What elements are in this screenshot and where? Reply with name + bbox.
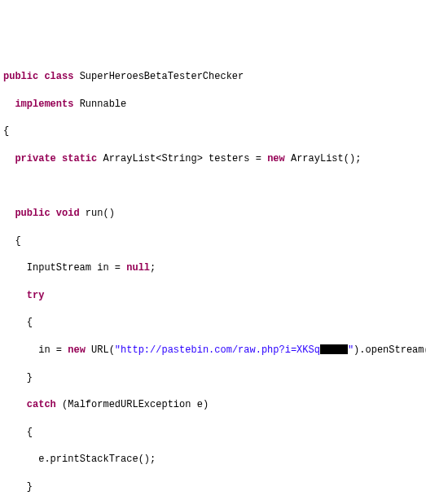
var-in: in bbox=[97, 262, 108, 274]
code-block: public class SuperHeroesBetaTesterChecke… bbox=[3, 56, 423, 504]
class-name: SuperHeroesBetaTesterChecker bbox=[80, 71, 244, 82]
code-line: { bbox=[3, 234, 423, 248]
code-line: implements Runnable bbox=[3, 98, 423, 112]
var-in: in bbox=[38, 344, 50, 356]
keyword-private: private bbox=[15, 153, 55, 164]
code-line: in = new URL("http://pastebin.com/raw.ph… bbox=[3, 344, 423, 357]
code-line: try bbox=[3, 289, 423, 303]
interface-name: Runnable bbox=[80, 99, 127, 110]
string-url-post: " bbox=[348, 344, 354, 356]
code-line bbox=[3, 179, 423, 193]
type-arraylist: ArrayList bbox=[103, 153, 156, 164]
type-string: String bbox=[161, 153, 196, 164]
code-line: InputStream in = null; bbox=[3, 261, 423, 275]
stmt-printstack: e.printStackTrace(); bbox=[38, 454, 156, 465]
redacted-block bbox=[320, 344, 348, 354]
keyword-void: void bbox=[56, 208, 80, 219]
type-inputstream: InputStream bbox=[27, 262, 91, 274]
code-line: { bbox=[3, 426, 423, 440]
string-url-pre: "http://pastebin.com/raw.php?i=XKSq bbox=[115, 344, 320, 356]
keyword-catch: catch bbox=[27, 399, 56, 410]
keyword-null: null bbox=[126, 262, 150, 274]
keyword-implements: implements bbox=[15, 99, 73, 110]
code-line: e.printStackTrace(); bbox=[3, 453, 423, 467]
keyword-new: new bbox=[267, 153, 285, 164]
code-line: catch (MalformedURLException e) bbox=[3, 398, 423, 412]
code-line: } bbox=[3, 371, 423, 385]
keyword-class: class bbox=[44, 71, 73, 82]
cls-url: URL bbox=[91, 344, 109, 356]
keyword-try: try bbox=[27, 290, 45, 301]
ctor-arraylist: ArrayList() bbox=[291, 153, 355, 164]
keyword-new: new bbox=[68, 344, 86, 356]
code-line: public void run() bbox=[3, 207, 423, 221]
keyword-public: public bbox=[3, 71, 38, 82]
field-testers: testers bbox=[209, 153, 249, 164]
code-line: { bbox=[3, 125, 423, 138]
call-openstream: .openStream(); bbox=[359, 344, 426, 356]
code-line: public class SuperHeroesBetaTesterChecke… bbox=[3, 70, 423, 84]
exc-malformed: MalformedURLException e bbox=[68, 399, 203, 410]
code-line: { bbox=[3, 316, 423, 330]
keyword-public: public bbox=[15, 208, 50, 219]
method-run: run() bbox=[86, 208, 115, 219]
keyword-static: static bbox=[62, 153, 97, 164]
code-line: private static ArrayList<String> testers… bbox=[3, 152, 423, 166]
code-line: } bbox=[3, 480, 423, 494]
